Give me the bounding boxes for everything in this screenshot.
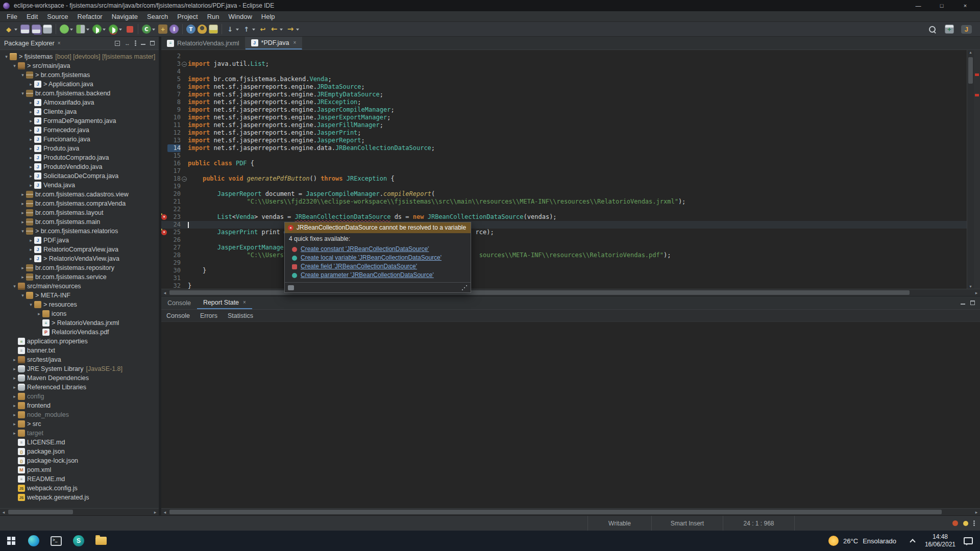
coverage-button[interactable] — [75, 23, 91, 35]
tree-item[interactable]: ▸JFormaDePagamento.java — [0, 116, 159, 126]
new-wizard-button[interactable] — [3, 23, 19, 35]
tree-item[interactable]: ▸JProdutoVendido.java — [0, 162, 159, 171]
tree-item[interactable]: ▾> br.com.fjsistemas — [0, 70, 159, 80]
tree-expander-icon[interactable]: ▸ — [11, 375, 18, 381]
tree-expander-icon[interactable]: ▾ — [3, 54, 10, 59]
code-line-21[interactable]: 21 "C:\\Users\\fjd2320\\eclipse-workspac… — [161, 198, 967, 206]
last-edit-location-button[interactable] — [257, 23, 268, 35]
back-dropdown-icon[interactable] — [280, 29, 283, 32]
tree-expander-icon[interactable]: ▸ — [11, 412, 18, 417]
fold-marker-icon[interactable] — [181, 236, 188, 244]
stop-button[interactable] — [124, 23, 135, 35]
line-number[interactable]: 29 — [167, 259, 181, 267]
fold-marker-icon[interactable] — [181, 137, 188, 144]
fold-marker-icon[interactable] — [181, 282, 188, 289]
package-explorer-close-icon[interactable]: × — [58, 40, 61, 46]
tree-expander-icon[interactable]: ▸ — [19, 219, 26, 224]
code-line-6[interactable]: 6import net.sf.jasperreports.engine.JRDa… — [161, 83, 967, 91]
maximize-view-icon[interactable] — [150, 41, 155, 45]
explorer-hscroll-track[interactable] — [7, 509, 152, 515]
quickfix-parameter[interactable]: Create parameter 'JRBeanCollectionDataSo… — [285, 271, 471, 280]
console-output[interactable] — [161, 322, 980, 508]
open-perspective-button[interactable] — [944, 23, 955, 35]
next-annotation-button[interactable] — [225, 23, 241, 35]
tree-item[interactable]: ▸JFuncionario.java — [0, 135, 159, 144]
run-button[interactable] — [91, 23, 108, 35]
coverage-dropdown-icon[interactable] — [86, 29, 89, 32]
line-number[interactable]: 10 — [167, 114, 181, 121]
code-line-17[interactable]: 17 — [161, 167, 967, 175]
tree-item[interactable]: ▸frontend — [0, 401, 159, 410]
taskbar-start-button[interactable] — [0, 531, 22, 551]
console-subtab-console[interactable]: Console — [166, 312, 190, 319]
minimize-view-icon[interactable] — [961, 301, 965, 305]
scroll-left-icon[interactable]: ◂ — [0, 509, 7, 516]
code-line-20[interactable]: 20 JasperReport document = JasperCompile… — [161, 190, 967, 198]
tree-expander-icon[interactable]: ▸ — [28, 137, 34, 142]
fold-marker-icon[interactable] — [181, 76, 188, 83]
fold-marker-icon[interactable] — [181, 252, 188, 259]
tree-item[interactable]: ▸br.com.fjsistemas.main — [0, 217, 159, 227]
tree-item[interactable]: ▾> src/main/java — [0, 61, 159, 70]
scroll-right-icon[interactable]: ▸ — [973, 289, 980, 296]
fold-marker-icon[interactable] — [181, 206, 188, 213]
code-line-26[interactable]: 26 — [161, 236, 967, 244]
tree-expander-icon[interactable]: ▾ — [19, 229, 26, 234]
tree-expander-icon[interactable]: ▾ — [19, 91, 26, 96]
line-number[interactable]: 9 — [167, 106, 181, 114]
line-number[interactable]: 7 — [167, 91, 181, 98]
code-line-22[interactable]: 22 — [161, 206, 967, 213]
tree-expander-icon[interactable]: ▸ — [28, 109, 34, 114]
run-dropdown-icon[interactable] — [103, 29, 106, 32]
console-subtab-errors[interactable]: Errors — [200, 312, 217, 319]
maximize-view-icon[interactable] — [970, 300, 975, 305]
explorer-hscrollbar[interactable]: ◂ ▸ — [0, 508, 159, 515]
tree-expander-icon[interactable]: ▸ — [28, 118, 34, 123]
fold-marker-icon[interactable] — [181, 53, 188, 60]
tree-item[interactable]: ▸br.com.fjsistemas.repository — [0, 263, 159, 272]
console-hscrollbar[interactable]: ◂ ▸ — [161, 508, 980, 515]
tree-item[interactable]: ▸src/test/java — [0, 355, 159, 364]
menu-project[interactable]: Project — [173, 11, 202, 22]
editor-vscroll-thumb[interactable] — [968, 57, 973, 84]
fold-marker-icon[interactable] — [181, 183, 188, 190]
forward-dropdown-icon[interactable] — [296, 29, 299, 32]
line-number[interactable]: 26 — [167, 236, 181, 244]
tree-expander-icon[interactable]: ▸ — [28, 238, 34, 243]
tree-item[interactable]: ▾> META-INF — [0, 291, 159, 300]
code-line-16[interactable]: 16public class PDF { — [161, 160, 967, 167]
scroll-up-icon[interactable]: ▴ — [969, 50, 971, 55]
code-line-32[interactable]: 32} — [161, 282, 967, 289]
fold-marker-icon[interactable] — [181, 190, 188, 198]
console-tab-report-state[interactable]: Report State× — [197, 296, 252, 309]
prev-annotation-button[interactable] — [241, 23, 257, 35]
tree-expander-icon[interactable]: ▸ — [28, 183, 34, 188]
line-number[interactable]: 16 — [167, 160, 181, 167]
tree-expander-icon[interactable]: ▸ — [28, 247, 34, 252]
tree-expander-icon[interactable]: ▾ — [28, 302, 34, 307]
open-type-button[interactable] — [185, 23, 197, 35]
tree-expander-icon[interactable]: ▸ — [28, 164, 34, 169]
scroll-down-icon[interactable]: ▾ — [969, 284, 971, 289]
tree-expander-icon[interactable]: ▸ — [28, 146, 34, 151]
prev-annotation-dropdown-icon[interactable] — [252, 29, 255, 32]
line-number[interactable]: 3 — [167, 60, 181, 68]
fold-marker-icon[interactable] — [181, 152, 188, 160]
code-line-27[interactable]: 27 JasperExportManager.e — [161, 244, 967, 252]
tree-expander-icon[interactable]: ▸ — [28, 100, 34, 105]
tree-expander-icon[interactable]: ▾ — [11, 284, 18, 289]
code-line-24[interactable]: 24 — [161, 221, 967, 229]
code-line-11[interactable]: 11import net.sf.jasperreports.engine.Jas… — [161, 121, 967, 129]
tree-item[interactable]: ▸br.com.fjsistemas.layout — [0, 208, 159, 217]
tree-expander-icon[interactable]: ▸ — [19, 192, 26, 197]
tree-expander-icon[interactable]: ▾ — [19, 72, 26, 78]
scroll-left-icon[interactable]: ◂ — [161, 289, 168, 296]
line-number[interactable]: 12 — [167, 129, 181, 137]
line-number[interactable]: 28 — [167, 252, 181, 259]
tree-item[interactable]: {}package.json — [0, 447, 159, 456]
tree-item[interactable]: ▸JVenda.java — [0, 181, 159, 190]
tree-expander-icon[interactable]: ▸ — [11, 385, 18, 390]
tree-expander-icon[interactable]: ▸ — [11, 403, 18, 408]
fold-marker-icon[interactable] — [181, 68, 188, 76]
menu-source[interactable]: Source — [42, 11, 72, 22]
